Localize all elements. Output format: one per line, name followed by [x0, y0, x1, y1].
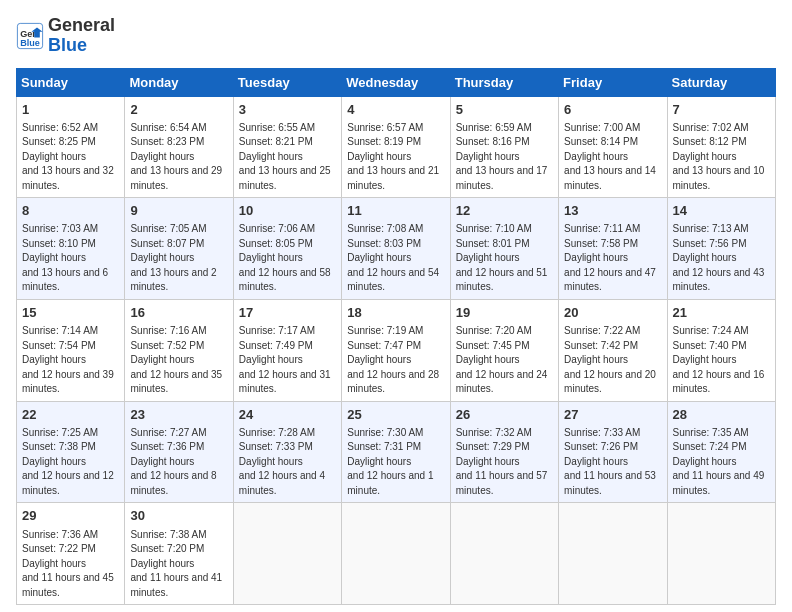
cell-info: Sunrise: 7:00 AMSunset: 8:14 PMDaylight …	[564, 121, 661, 194]
cell-info: Sunrise: 7:06 AMSunset: 8:05 PMDaylight …	[239, 222, 336, 295]
calendar-cell: 20Sunrise: 7:22 AMSunset: 7:42 PMDayligh…	[559, 299, 667, 401]
calendar-cell: 5Sunrise: 6:59 AMSunset: 8:16 PMDaylight…	[450, 96, 558, 198]
cell-info: Sunrise: 7:05 AMSunset: 8:07 PMDaylight …	[130, 222, 227, 295]
day-number: 6	[564, 101, 661, 119]
cell-info: Sunrise: 7:11 AMSunset: 7:58 PMDaylight …	[564, 222, 661, 295]
calendar-cell: 18Sunrise: 7:19 AMSunset: 7:47 PMDayligh…	[342, 299, 450, 401]
cell-info: Sunrise: 7:17 AMSunset: 7:49 PMDaylight …	[239, 324, 336, 397]
calendar-cell: 25Sunrise: 7:30 AMSunset: 7:31 PMDayligh…	[342, 401, 450, 503]
cell-info: Sunrise: 6:54 AMSunset: 8:23 PMDaylight …	[130, 121, 227, 194]
day-number: 18	[347, 304, 444, 322]
cell-info: Sunrise: 7:13 AMSunset: 7:56 PMDaylight …	[673, 222, 770, 295]
calendar-cell: 27Sunrise: 7:33 AMSunset: 7:26 PMDayligh…	[559, 401, 667, 503]
cell-info: Sunrise: 7:30 AMSunset: 7:31 PMDaylight …	[347, 426, 444, 499]
calendar-cell: 12Sunrise: 7:10 AMSunset: 8:01 PMDayligh…	[450, 198, 558, 300]
day-number: 21	[673, 304, 770, 322]
cell-info: Sunrise: 7:24 AMSunset: 7:40 PMDaylight …	[673, 324, 770, 397]
day-number: 17	[239, 304, 336, 322]
calendar-cell: 14Sunrise: 7:13 AMSunset: 7:56 PMDayligh…	[667, 198, 775, 300]
calendar-cell: 30Sunrise: 7:38 AMSunset: 7:20 PMDayligh…	[125, 503, 233, 605]
svg-text:Blue: Blue	[20, 38, 40, 48]
calendar-cell: 2Sunrise: 6:54 AMSunset: 8:23 PMDaylight…	[125, 96, 233, 198]
day-number: 22	[22, 406, 119, 424]
day-number: 19	[456, 304, 553, 322]
header: Gen Blue General Blue	[16, 16, 776, 56]
calendar-cell: 23Sunrise: 7:27 AMSunset: 7:36 PMDayligh…	[125, 401, 233, 503]
header-cell-wednesday: Wednesday	[342, 68, 450, 96]
calendar-cell: 21Sunrise: 7:24 AMSunset: 7:40 PMDayligh…	[667, 299, 775, 401]
calendar-cell: 9Sunrise: 7:05 AMSunset: 8:07 PMDaylight…	[125, 198, 233, 300]
cell-info: Sunrise: 7:22 AMSunset: 7:42 PMDaylight …	[564, 324, 661, 397]
cell-info: Sunrise: 7:20 AMSunset: 7:45 PMDaylight …	[456, 324, 553, 397]
day-number: 8	[22, 202, 119, 220]
cell-info: Sunrise: 6:55 AMSunset: 8:21 PMDaylight …	[239, 121, 336, 194]
calendar-cell	[559, 503, 667, 605]
header-cell-sunday: Sunday	[17, 68, 125, 96]
cell-info: Sunrise: 6:57 AMSunset: 8:19 PMDaylight …	[347, 121, 444, 194]
calendar-cell: 28Sunrise: 7:35 AMSunset: 7:24 PMDayligh…	[667, 401, 775, 503]
day-number: 28	[673, 406, 770, 424]
header-cell-saturday: Saturday	[667, 68, 775, 96]
day-number: 23	[130, 406, 227, 424]
day-number: 7	[673, 101, 770, 119]
cell-info: Sunrise: 6:59 AMSunset: 8:16 PMDaylight …	[456, 121, 553, 194]
calendar-cell	[667, 503, 775, 605]
calendar-cell: 11Sunrise: 7:08 AMSunset: 8:03 PMDayligh…	[342, 198, 450, 300]
cell-info: Sunrise: 7:14 AMSunset: 7:54 PMDaylight …	[22, 324, 119, 397]
logo-text-general: General	[48, 16, 115, 36]
week-row-2: 8Sunrise: 7:03 AMSunset: 8:10 PMDaylight…	[17, 198, 776, 300]
cell-info: Sunrise: 7:33 AMSunset: 7:26 PMDaylight …	[564, 426, 661, 499]
day-number: 26	[456, 406, 553, 424]
calendar-cell: 15Sunrise: 7:14 AMSunset: 7:54 PMDayligh…	[17, 299, 125, 401]
calendar-cell: 17Sunrise: 7:17 AMSunset: 7:49 PMDayligh…	[233, 299, 341, 401]
day-number: 29	[22, 507, 119, 525]
day-number: 12	[456, 202, 553, 220]
calendar-cell: 16Sunrise: 7:16 AMSunset: 7:52 PMDayligh…	[125, 299, 233, 401]
calendar-cell: 24Sunrise: 7:28 AMSunset: 7:33 PMDayligh…	[233, 401, 341, 503]
cell-info: Sunrise: 7:02 AMSunset: 8:12 PMDaylight …	[673, 121, 770, 194]
cell-info: Sunrise: 7:35 AMSunset: 7:24 PMDaylight …	[673, 426, 770, 499]
cell-info: Sunrise: 7:03 AMSunset: 8:10 PMDaylight …	[22, 222, 119, 295]
day-number: 10	[239, 202, 336, 220]
calendar-cell: 26Sunrise: 7:32 AMSunset: 7:29 PMDayligh…	[450, 401, 558, 503]
day-number: 27	[564, 406, 661, 424]
cell-info: Sunrise: 7:38 AMSunset: 7:20 PMDaylight …	[130, 528, 227, 601]
calendar-cell: 19Sunrise: 7:20 AMSunset: 7:45 PMDayligh…	[450, 299, 558, 401]
header-cell-tuesday: Tuesday	[233, 68, 341, 96]
day-number: 24	[239, 406, 336, 424]
calendar-cell: 3Sunrise: 6:55 AMSunset: 8:21 PMDaylight…	[233, 96, 341, 198]
day-number: 3	[239, 101, 336, 119]
header-cell-monday: Monday	[125, 68, 233, 96]
cell-info: Sunrise: 7:25 AMSunset: 7:38 PMDaylight …	[22, 426, 119, 499]
cell-info: Sunrise: 7:28 AMSunset: 7:33 PMDaylight …	[239, 426, 336, 499]
calendar-cell: 22Sunrise: 7:25 AMSunset: 7:38 PMDayligh…	[17, 401, 125, 503]
calendar-cell: 10Sunrise: 7:06 AMSunset: 8:05 PMDayligh…	[233, 198, 341, 300]
logo-icon: Gen Blue	[16, 22, 44, 50]
day-number: 13	[564, 202, 661, 220]
cell-info: Sunrise: 7:19 AMSunset: 7:47 PMDaylight …	[347, 324, 444, 397]
cell-info: Sunrise: 7:08 AMSunset: 8:03 PMDaylight …	[347, 222, 444, 295]
week-row-3: 15Sunrise: 7:14 AMSunset: 7:54 PMDayligh…	[17, 299, 776, 401]
cell-info: Sunrise: 7:16 AMSunset: 7:52 PMDaylight …	[130, 324, 227, 397]
cell-info: Sunrise: 7:36 AMSunset: 7:22 PMDaylight …	[22, 528, 119, 601]
day-number: 25	[347, 406, 444, 424]
day-number: 4	[347, 101, 444, 119]
week-row-4: 22Sunrise: 7:25 AMSunset: 7:38 PMDayligh…	[17, 401, 776, 503]
calendar-cell: 13Sunrise: 7:11 AMSunset: 7:58 PMDayligh…	[559, 198, 667, 300]
day-number: 16	[130, 304, 227, 322]
calendar-cell: 1Sunrise: 6:52 AMSunset: 8:25 PMDaylight…	[17, 96, 125, 198]
calendar-cell	[450, 503, 558, 605]
day-number: 5	[456, 101, 553, 119]
day-number: 9	[130, 202, 227, 220]
calendar-cell: 29Sunrise: 7:36 AMSunset: 7:22 PMDayligh…	[17, 503, 125, 605]
cell-info: Sunrise: 7:10 AMSunset: 8:01 PMDaylight …	[456, 222, 553, 295]
day-number: 20	[564, 304, 661, 322]
logo-text-blue: Blue	[48, 36, 115, 56]
day-number: 2	[130, 101, 227, 119]
cell-info: Sunrise: 6:52 AMSunset: 8:25 PMDaylight …	[22, 121, 119, 194]
calendar-cell	[342, 503, 450, 605]
week-row-5: 29Sunrise: 7:36 AMSunset: 7:22 PMDayligh…	[17, 503, 776, 605]
day-number: 14	[673, 202, 770, 220]
week-row-1: 1Sunrise: 6:52 AMSunset: 8:25 PMDaylight…	[17, 96, 776, 198]
calendar-cell	[233, 503, 341, 605]
